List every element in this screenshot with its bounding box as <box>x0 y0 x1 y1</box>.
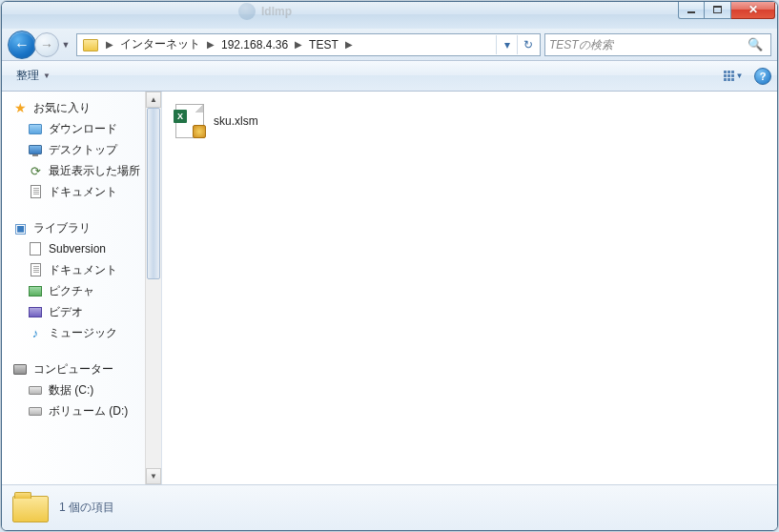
item-count-label: 1 個の項目 <box>59 500 114 516</box>
sidebar-item-label: お気に入り <box>33 100 91 116</box>
sidebar-item-computer[interactable]: コンピューター <box>2 358 161 379</box>
sidebar-item-label: 数据 (C:) <box>49 382 93 399</box>
explorer-window: IdImp ✕ ← → ▼ ▶ インターネット ▶ 192.168.4.36 ▶… <box>1 1 778 531</box>
downloads-icon <box>27 121 44 136</box>
sidebar-item-drive-d[interactable]: ボリューム (D:) <box>2 400 161 421</box>
minimize-icon <box>687 11 695 13</box>
libraries-icon: ▣ <box>11 220 29 235</box>
sidebar-item-label: Subversion <box>49 242 106 256</box>
sidebar-item-label: ドキュメント <box>49 262 117 278</box>
toolbar-right: ▼ ? <box>720 67 771 86</box>
computer-group: コンピューター 数据 (C:) ボリューム (D:) <box>2 358 161 421</box>
sidebar-item-desktop[interactable]: デスクトップ <box>2 139 161 160</box>
window-controls: ✕ <box>678 1 775 19</box>
folder-icon <box>82 37 99 52</box>
sidebar-item-documents[interactable]: ドキュメント <box>2 181 161 202</box>
ghost-icon <box>238 3 256 20</box>
dropdown-button[interactable]: ▾ <box>496 35 517 54</box>
view-options-button[interactable]: ▼ <box>720 67 747 86</box>
file-name-label: sku.xlsm <box>214 114 258 128</box>
arrow-left-icon: ← <box>14 36 30 53</box>
sidebar-item-recent[interactable]: ⟳最近表示した場所 <box>2 160 161 181</box>
pictures-icon <box>27 283 44 298</box>
maximize-button[interactable] <box>705 1 731 19</box>
libraries-group: ▣ライブラリ Subversion ドキュメント ピクチャ ビデオ ♪ミュージッ… <box>2 217 161 343</box>
details-pane: 1 個の項目 <box>2 484 777 530</box>
back-button[interactable]: ← <box>8 31 36 59</box>
search-icon[interactable]: 🔍 <box>744 37 767 51</box>
help-button[interactable]: ? <box>754 68 771 85</box>
drive-icon <box>27 403 44 419</box>
view-grid-icon <box>724 71 734 81</box>
breadcrumb-separator-icon[interactable]: ▶ <box>203 39 218 50</box>
command-bar: 整理 ▼ ▼ ? <box>2 61 777 92</box>
breadcrumb-segment[interactable]: TEST <box>306 38 341 51</box>
breadcrumb-segment[interactable]: 192.168.4.36 <box>218 38 291 51</box>
address-bar[interactable]: ▶ インターネット ▶ 192.168.4.36 ▶ TEST ▶ ▾ ↻ <box>76 33 541 56</box>
navigation-bar: ← → ▼ ▶ インターネット ▶ 192.168.4.36 ▶ TEST ▶ … <box>2 29 777 61</box>
sidebar-item-label: ライブラリ <box>33 220 91 236</box>
organize-label: 整理 <box>16 68 39 84</box>
sidebar-item-documents-lib[interactable]: ドキュメント <box>2 259 161 280</box>
sidebar-item-label: ビデオ <box>49 304 83 320</box>
sidebar-item-drive-c[interactable]: 数据 (C:) <box>2 379 161 400</box>
chevron-down-icon: ▾ <box>504 38 510 51</box>
sidebar-item-label: デスクトップ <box>49 142 117 158</box>
breadcrumb-segment[interactable]: インターネット <box>117 36 203 52</box>
folder-icon <box>11 492 50 524</box>
sidebar-item-libraries[interactable]: ▣ライブラリ <box>2 217 161 238</box>
chevron-down-icon: ▼ <box>736 72 744 80</box>
desktop-icon <box>27 142 44 157</box>
scroll-down-button[interactable]: ▼ <box>146 468 161 484</box>
star-icon: ★ <box>11 100 29 115</box>
recent-icon: ⟳ <box>27 163 44 178</box>
sidebar-item-label: ピクチャ <box>49 283 94 299</box>
organize-button[interactable]: 整理 ▼ <box>8 65 59 88</box>
scroll-up-button[interactable]: ▲ <box>146 92 161 108</box>
chevron-down-icon: ▼ <box>43 72 51 80</box>
search-input[interactable] <box>549 38 744 51</box>
sidebar-item-label: 最近表示した場所 <box>49 163 140 179</box>
sidebar-item-pictures[interactable]: ピクチャ <box>2 280 161 301</box>
minimize-button[interactable] <box>678 1 705 19</box>
excel-macro-file-icon: X <box>174 104 208 138</box>
nav-buttons: ← → ▼ <box>8 31 72 59</box>
body-area: ★お気に入り ダウンロード デスクトップ ⟳最近表示した場所 ドキュメント ▣ラ… <box>2 92 777 484</box>
close-icon: ✕ <box>748 3 758 16</box>
navigation-pane[interactable]: ★お気に入り ダウンロード デスクトップ ⟳最近表示した場所 ドキュメント ▣ラ… <box>2 92 162 484</box>
videos-icon <box>27 304 44 319</box>
sidebar-scrollbar[interactable]: ▲ ▼ <box>145 92 161 484</box>
drive-icon <box>27 382 44 398</box>
sidebar-item-favorites[interactable]: ★お気に入り <box>2 97 161 118</box>
sidebar-item-label: ミュージック <box>49 325 117 341</box>
sidebar-item-label: ダウンロード <box>49 121 117 137</box>
sidebar-item-music[interactable]: ♪ミュージック <box>2 322 161 343</box>
sidebar-item-label: ボリューム (D:) <box>49 403 128 419</box>
help-icon: ? <box>760 71 767 82</box>
background-window-ghost: IdImp <box>238 3 292 20</box>
history-dropdown[interactable]: ▼ <box>59 40 72 50</box>
document-icon <box>27 184 44 199</box>
sidebar-item-downloads[interactable]: ダウンロード <box>2 118 161 139</box>
close-button[interactable]: ✕ <box>731 1 775 19</box>
forward-button[interactable]: → <box>34 32 59 57</box>
file-list-area[interactable]: X sku.xlsm <box>162 92 777 484</box>
refresh-icon: ↻ <box>523 38 533 51</box>
scroll-thumb[interactable] <box>147 108 160 279</box>
search-box[interactable]: 🔍 <box>544 33 771 56</box>
breadcrumb-separator-icon[interactable]: ▶ <box>341 39 357 50</box>
sidebar-item-subversion[interactable]: Subversion <box>2 238 161 259</box>
file-item[interactable]: X sku.xlsm <box>172 101 362 141</box>
breadcrumb-separator-icon[interactable]: ▶ <box>102 39 117 50</box>
breadcrumb-separator-icon[interactable]: ▶ <box>291 39 306 50</box>
titlebar[interactable]: IdImp ✕ <box>2 2 777 29</box>
maximize-icon <box>713 6 722 13</box>
music-icon: ♪ <box>27 325 44 340</box>
sidebar-item-videos[interactable]: ビデオ <box>2 301 161 322</box>
favorites-group: ★お気に入り ダウンロード デスクトップ ⟳最近表示した場所 ドキュメント <box>2 97 161 202</box>
document-icon <box>27 262 44 277</box>
arrow-right-icon: → <box>40 37 53 52</box>
refresh-button[interactable]: ↻ <box>517 35 538 54</box>
sidebar-item-label: ドキュメント <box>49 184 117 200</box>
computer-icon <box>11 361 29 377</box>
